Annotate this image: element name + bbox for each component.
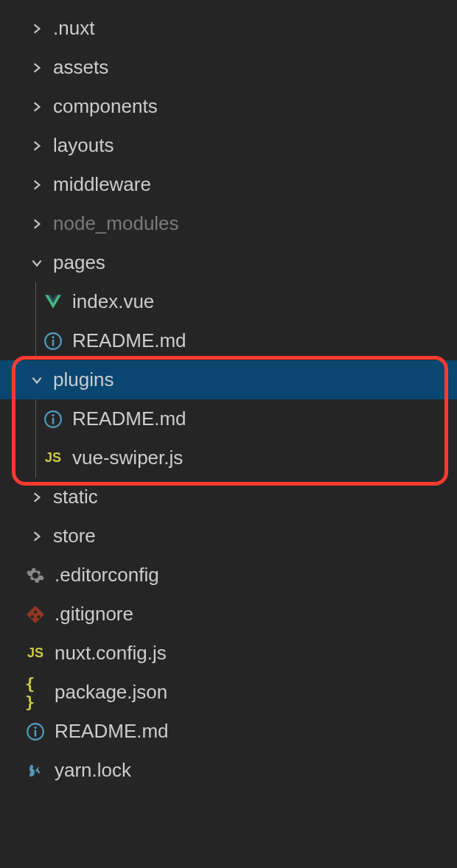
file-label: README.md [72, 329, 186, 352]
folder-static[interactable]: static [0, 477, 457, 517]
file-label: package.json [55, 681, 167, 704]
svg-point-1 [52, 335, 54, 337]
svg-point-7 [34, 726, 36, 728]
file-tree: .nuxt assets components layouts middlewa… [0, 0, 457, 790]
git-icon [25, 604, 46, 625]
folder-label: .nuxt [53, 17, 94, 40]
vue-icon [43, 292, 63, 312]
file-readme-pages[interactable]: README.md [0, 321, 457, 360]
indent-guide [35, 399, 36, 438]
chevron-right-icon [29, 217, 44, 231]
chevron-right-icon [29, 60, 44, 75]
folder-pages[interactable]: pages [0, 243, 457, 282]
file-label: .editorconfig [55, 564, 159, 587]
folder-label: assets [53, 56, 108, 79]
indent-guide [35, 321, 36, 360]
folder-store[interactable]: store [0, 517, 457, 556]
file-vue-swiper[interactable]: JS vue-swiper.js [0, 438, 457, 477]
file-gitignore[interactable]: .gitignore [0, 595, 457, 634]
file-editorconfig[interactable]: .editorconfig [0, 556, 457, 595]
yarn-icon [25, 760, 46, 781]
file-label: README.md [55, 720, 169, 743]
folder-label: components [53, 95, 158, 118]
file-label: index.vue [72, 290, 154, 313]
info-icon [43, 331, 63, 351]
folder-assets[interactable]: assets [0, 48, 457, 87]
svg-rect-5 [52, 417, 55, 424]
chevron-right-icon [29, 99, 44, 114]
folder-components[interactable]: components [0, 87, 457, 126]
info-icon [43, 409, 63, 430]
svg-rect-8 [35, 729, 37, 736]
chevron-right-icon [29, 21, 44, 36]
folder-nuxt[interactable]: .nuxt [0, 9, 457, 48]
chevron-right-icon [29, 529, 44, 544]
file-index-vue[interactable]: index.vue [0, 282, 457, 321]
file-label: vue-swiper.js [72, 447, 183, 469]
file-readme-root[interactable]: README.md [0, 712, 457, 751]
file-label: .gitignore [55, 603, 133, 626]
chevron-right-icon [29, 178, 44, 192]
file-readme-plugins[interactable]: README.md [0, 399, 457, 438]
folder-label: middleware [53, 173, 151, 196]
indent-guide [35, 282, 36, 321]
folder-label: node_modules [53, 212, 179, 235]
indent-guide [35, 438, 36, 477]
folder-label: plugins [53, 368, 114, 391]
chevron-right-icon [29, 490, 44, 505]
folder-layouts[interactable]: layouts [0, 126, 457, 165]
js-icon: JS [25, 643, 46, 664]
folder-label: pages [53, 251, 105, 274]
folder-node-modules[interactable]: node_modules [0, 204, 457, 243]
chevron-right-icon [29, 139, 44, 153]
file-nuxt-config[interactable]: JS nuxt.config.js [0, 634, 457, 673]
folder-label: layouts [53, 134, 114, 157]
file-label: README.md [72, 407, 186, 430]
svg-point-4 [52, 413, 54, 416]
file-label: yarn.lock [55, 759, 131, 782]
folder-label: store [53, 525, 96, 547]
folder-middleware[interactable]: middleware [0, 165, 457, 204]
file-package-json[interactable]: { } package.json [0, 673, 457, 712]
svg-rect-2 [52, 339, 55, 346]
info-icon [25, 721, 46, 742]
file-yarn-lock[interactable]: yarn.lock [0, 751, 457, 790]
file-label: nuxt.config.js [55, 642, 167, 665]
gear-icon [25, 565, 46, 586]
chevron-down-icon [29, 373, 44, 388]
js-icon: JS [43, 448, 63, 469]
json-icon: { } [25, 682, 46, 703]
chevron-down-icon [29, 256, 44, 270]
folder-label: static [53, 486, 98, 508]
folder-plugins[interactable]: plugins [0, 360, 457, 399]
